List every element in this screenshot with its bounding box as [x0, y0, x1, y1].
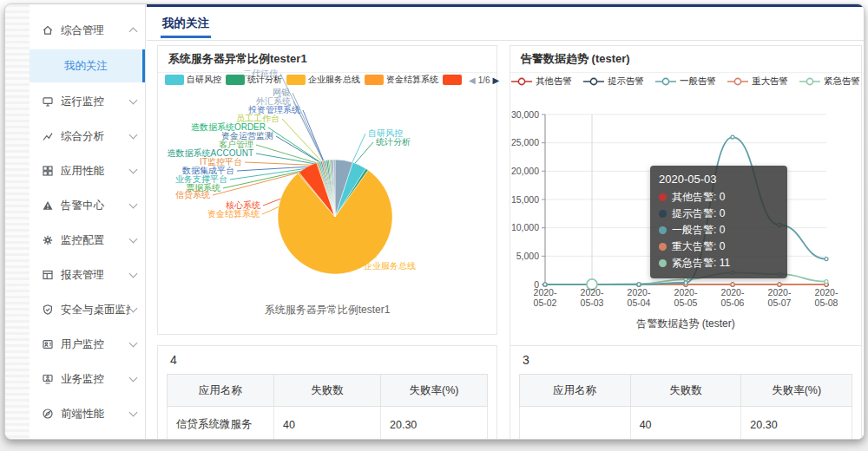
legend-item[interactable]: 其他告警	[511, 75, 572, 88]
alert-triangle-icon	[42, 199, 54, 212]
legend-item[interactable]: 紧急告警	[799, 75, 860, 88]
line-legend-marker	[511, 76, 532, 87]
legend-item[interactable]: 资金结算系统	[365, 74, 438, 86]
legend-item[interactable]	[443, 75, 464, 85]
app-card: 综合管理我的关注运行监控综合分析应用性能告警中心监控配置报表管理安全与桌面监控用…	[4, 3, 865, 440]
table-header-cell: 应用名称	[168, 375, 274, 407]
legend-item[interactable]: 提示告警	[583, 75, 644, 88]
table-cell: 20.30	[741, 407, 852, 441]
trend-icon	[42, 130, 54, 142]
x-axis-label: 2020-05-04	[628, 287, 651, 308]
sidebar-item-label: 告警中心	[61, 199, 130, 213]
data-point[interactable]	[778, 283, 781, 286]
chevron-down-icon	[129, 270, 138, 278]
sidebar-item[interactable]: 报表管理	[30, 258, 145, 292]
legend-label: 一般告警	[680, 75, 716, 88]
tooltip-text: 一般告警: 0	[672, 222, 725, 239]
grid-icon	[42, 165, 54, 177]
sidebar-item-label: 用户监控	[61, 337, 130, 352]
legend-label: 企业服务总线	[308, 74, 360, 86]
table-cell	[520, 407, 631, 441]
data-point[interactable]	[825, 280, 828, 284]
legend-label: 紧急告警	[824, 75, 860, 88]
table-cell: 20.30	[381, 407, 488, 441]
sidebar-item[interactable]: 综合分析	[30, 119, 145, 154]
y-axis-label: 20,000	[511, 166, 539, 176]
y-axis-label: 10,000	[511, 222, 539, 232]
table-row[interactable]: 4020.30	[520, 407, 852, 441]
table-header-cell: 失败率(%)	[741, 375, 852, 407]
legend-item[interactable]: 统计分析	[226, 74, 282, 86]
legend-next-icon[interactable]: ▶	[493, 75, 500, 85]
sidebar-item[interactable]: 综合管理	[30, 13, 145, 48]
sidebar-item[interactable]: 安全与桌面监控	[30, 292, 145, 327]
x-axis-label: 2020-05-06	[721, 287, 745, 308]
tab-my-focus[interactable]: 我的关注	[161, 7, 211, 38]
shield-icon	[42, 304, 54, 316]
line-legend-marker	[583, 76, 604, 87]
legend-item[interactable]: 企业服务总线	[286, 74, 360, 86]
pie-label: 企业服务总线	[364, 260, 416, 272]
pie-label-line	[352, 134, 365, 162]
tooltip-row: 紧急告警: 11	[659, 255, 779, 271]
legend-item[interactable]: 重大告警	[727, 75, 788, 88]
table-title: 3	[510, 346, 861, 372]
legend-swatch	[226, 75, 245, 85]
failure-table: 应用名称失败数失败率(%)信贷系统微服务4020.30	[167, 374, 488, 440]
tooltip-text: 重大告警: 0	[672, 239, 725, 255]
y-axis-label: 25,000	[511, 137, 539, 147]
monitor-icon	[42, 95, 54, 108]
sidebar-item[interactable]: 监控配置	[30, 223, 145, 258]
legend-item[interactable]: 一般告警	[655, 75, 716, 88]
data-point[interactable]	[731, 283, 734, 286]
sidebar-item[interactable]: 用户监控	[30, 327, 145, 362]
table-row[interactable]: 信贷系统微服务4020.30	[168, 407, 488, 441]
tooltip-row: 一般告警: 0	[659, 222, 779, 239]
table-header-row: 应用名称失败数失败率(%)	[520, 375, 852, 407]
legend-item[interactable]: 自研风控	[165, 74, 221, 86]
chart-tooltip: 2020-05-03 其他告警: 0提示告警: 0一般告警: 0重大告警: 0紧…	[650, 166, 787, 278]
pie-chart[interactable]: 二代征信网银外汇系统投资管理系统员工工作台造数据系统ORDER资金运营监测客户管…	[158, 69, 498, 297]
sidebar-item-label: 监控配置	[61, 233, 130, 248]
legend-swatch	[286, 75, 306, 85]
legend-pager: ◀1/6▶	[469, 75, 499, 85]
data-point[interactable]	[684, 281, 687, 284]
sidebar-subitem-label: 我的关注	[64, 59, 108, 74]
sidebar-item[interactable]: 告警中心	[30, 188, 145, 223]
data-point[interactable]	[637, 283, 641, 286]
compass-icon	[42, 408, 54, 420]
tooltip-row: 重大告警: 0	[659, 239, 779, 255]
line-chart-panel: 告警数据趋势 (tester) 其他告警提示告警一般告警重大告警紧急告警 05,…	[510, 45, 862, 349]
sidebar-item-label: 报表管理	[61, 268, 130, 283]
sidebar: 综合管理我的关注运行监控综合分析应用性能告警中心监控配置报表管理安全与桌面监控用…	[30, 4, 146, 439]
chevron-down-icon	[129, 235, 138, 244]
series-color-dot	[659, 259, 667, 267]
table-cell: 40	[274, 407, 381, 441]
user-card-icon	[42, 338, 54, 350]
chevron-down-icon	[129, 131, 138, 140]
legend-label: 其他告警	[536, 75, 572, 88]
sidebar-subitem[interactable]: 我的关注	[30, 49, 145, 82]
tab-label: 我的关注	[162, 16, 209, 29]
tooltip-row: 其他告警: 0	[659, 189, 779, 206]
chevron-down-icon	[129, 96, 138, 105]
sidebar-item[interactable]: 应用性能	[30, 154, 145, 188]
sidebar-item-label: 安全与桌面监控	[61, 303, 130, 317]
table-header-row: 应用名称失败数失败率(%)	[168, 375, 488, 407]
x-axis-label: 2020-05-03	[581, 287, 604, 308]
sidebar-item[interactable]: 业务监控	[30, 362, 145, 396]
sidebar-item[interactable]: 前端性能	[30, 396, 145, 431]
pie-legend: 自研风控统计分析企业服务总线资金结算系统◀1/6▶	[158, 74, 496, 86]
background-texture	[5, 4, 30, 439]
sidebar-item[interactable]: 运行监控	[30, 84, 145, 119]
chevron-down-icon	[129, 200, 138, 209]
legend-prev-icon[interactable]: ◀	[469, 75, 476, 85]
pie-label: 资金结算系统	[207, 208, 260, 220]
line-legend-marker	[727, 76, 748, 87]
data-point[interactable]	[731, 135, 734, 139]
data-point[interactable]	[825, 258, 828, 261]
line-legend-marker	[655, 76, 676, 87]
sidebar-item-label: 综合分析	[61, 129, 130, 144]
data-point[interactable]	[543, 283, 547, 286]
table-header-cell: 失败数	[274, 375, 381, 407]
